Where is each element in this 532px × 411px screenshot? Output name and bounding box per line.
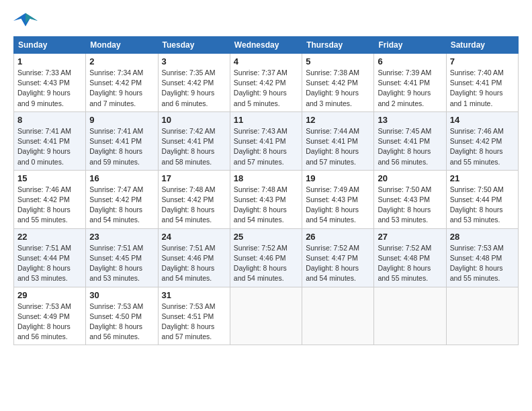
day-info: Sunrise: 7:52 AMSunset: 4:48 PMDaylight:… <box>378 243 442 284</box>
day-cell: 15Sunrise: 7:46 AMSunset: 4:42 PMDayligh… <box>14 170 86 228</box>
col-header-sunday: Sunday <box>14 37 86 54</box>
col-header-wednesday: Wednesday <box>230 37 302 54</box>
day-number: 22 <box>17 232 82 242</box>
day-cell: 25Sunrise: 7:52 AMSunset: 4:46 PMDayligh… <box>230 228 302 287</box>
day-number: 21 <box>450 173 515 183</box>
day-info: Sunrise: 7:53 AMSunset: 4:50 PMDaylight:… <box>89 302 154 342</box>
day-cell: 20Sunrise: 7:50 AMSunset: 4:43 PMDayligh… <box>374 170 446 228</box>
logo-icon <box>13 11 38 31</box>
day-cell: 24Sunrise: 7:51 AMSunset: 4:46 PMDayligh… <box>158 228 230 287</box>
day-number: 11 <box>234 115 298 125</box>
day-cell: 14Sunrise: 7:46 AMSunset: 4:42 PMDayligh… <box>446 111 518 170</box>
day-cell: 21Sunrise: 7:50 AMSunset: 4:44 PMDayligh… <box>446 170 518 228</box>
day-info: Sunrise: 7:46 AMSunset: 4:42 PMDaylight:… <box>450 126 515 167</box>
day-cell: 19Sunrise: 7:49 AMSunset: 4:43 PMDayligh… <box>302 170 374 228</box>
day-number: 7 <box>450 56 515 66</box>
day-cell: 1Sunrise: 7:33 AMSunset: 4:43 PMDaylight… <box>14 54 86 112</box>
day-cell: 11Sunrise: 7:43 AMSunset: 4:41 PMDayligh… <box>230 111 302 170</box>
day-number: 30 <box>89 290 154 300</box>
day-info: Sunrise: 7:34 AMSunset: 4:42 PMDaylight:… <box>89 68 154 109</box>
day-info: Sunrise: 7:43 AMSunset: 4:41 PMDaylight:… <box>234 126 298 167</box>
day-info: Sunrise: 7:41 AMSunset: 4:41 PMDaylight:… <box>17 126 82 167</box>
day-cell: 30Sunrise: 7:53 AMSunset: 4:50 PMDayligh… <box>86 287 158 345</box>
day-info: Sunrise: 7:37 AMSunset: 4:42 PMDaylight:… <box>234 68 298 109</box>
day-info: Sunrise: 7:47 AMSunset: 4:42 PMDaylight:… <box>89 185 154 226</box>
day-number: 13 <box>378 115 442 125</box>
header <box>13 11 519 31</box>
day-number: 3 <box>162 56 226 66</box>
col-header-friday: Friday <box>374 37 446 54</box>
calendar-header: SundayMondayTuesdayWednesdayThursdayFrid… <box>14 37 519 54</box>
day-info: Sunrise: 7:33 AMSunset: 4:43 PMDaylight:… <box>17 68 82 109</box>
day-cell: 9Sunrise: 7:41 AMSunset: 4:41 PMDaylight… <box>86 111 158 170</box>
col-header-saturday: Saturday <box>446 37 518 54</box>
day-cell: 26Sunrise: 7:52 AMSunset: 4:47 PMDayligh… <box>302 228 374 287</box>
day-info: Sunrise: 7:44 AMSunset: 4:41 PMDaylight:… <box>306 126 370 167</box>
day-number: 28 <box>450 232 515 242</box>
day-info: Sunrise: 7:51 AMSunset: 4:45 PMDaylight:… <box>89 243 154 284</box>
day-cell: 12Sunrise: 7:44 AMSunset: 4:41 PMDayligh… <box>302 111 374 170</box>
day-number: 23 <box>89 232 154 242</box>
day-info: Sunrise: 7:48 AMSunset: 4:42 PMDaylight:… <box>162 185 226 226</box>
day-cell <box>446 287 518 345</box>
day-info: Sunrise: 7:53 AMSunset: 4:49 PMDaylight:… <box>17 302 82 342</box>
day-cell: 2Sunrise: 7:34 AMSunset: 4:42 PMDaylight… <box>86 54 158 112</box>
day-number: 1 <box>17 56 82 66</box>
day-number: 12 <box>306 115 370 125</box>
day-cell: 10Sunrise: 7:42 AMSunset: 4:41 PMDayligh… <box>158 111 230 170</box>
day-cell: 28Sunrise: 7:53 AMSunset: 4:48 PMDayligh… <box>446 228 518 287</box>
day-info: Sunrise: 7:52 AMSunset: 4:47 PMDaylight:… <box>306 243 370 284</box>
day-info: Sunrise: 7:35 AMSunset: 4:42 PMDaylight:… <box>162 68 226 109</box>
day-info: Sunrise: 7:39 AMSunset: 4:41 PMDaylight:… <box>378 68 442 109</box>
day-cell: 18Sunrise: 7:48 AMSunset: 4:43 PMDayligh… <box>230 170 302 228</box>
day-number: 6 <box>378 56 442 66</box>
day-cell: 3Sunrise: 7:35 AMSunset: 4:42 PMDaylight… <box>158 54 230 112</box>
day-info: Sunrise: 7:50 AMSunset: 4:44 PMDaylight:… <box>450 185 515 226</box>
day-number: 26 <box>306 232 370 242</box>
day-number: 20 <box>378 173 442 183</box>
day-number: 17 <box>162 173 226 183</box>
day-number: 19 <box>306 173 370 183</box>
day-number: 18 <box>234 173 298 183</box>
day-info: Sunrise: 7:49 AMSunset: 4:43 PMDaylight:… <box>306 185 370 226</box>
day-info: Sunrise: 7:41 AMSunset: 4:41 PMDaylight:… <box>89 126 154 167</box>
day-number: 4 <box>234 56 298 66</box>
page: SundayMondayTuesdayWednesdayThursdayFrid… <box>0 0 532 411</box>
week-row-4: 22Sunrise: 7:51 AMSunset: 4:44 PMDayligh… <box>14 228 519 287</box>
col-header-tuesday: Tuesday <box>158 37 230 54</box>
day-cell: 29Sunrise: 7:53 AMSunset: 4:49 PMDayligh… <box>14 287 86 345</box>
day-info: Sunrise: 7:38 AMSunset: 4:42 PMDaylight:… <box>306 68 370 109</box>
day-info: Sunrise: 7:48 AMSunset: 4:43 PMDaylight:… <box>234 185 298 226</box>
day-number: 25 <box>234 232 298 242</box>
day-info: Sunrise: 7:40 AMSunset: 4:41 PMDaylight:… <box>450 68 515 109</box>
week-row-5: 29Sunrise: 7:53 AMSunset: 4:49 PMDayligh… <box>14 287 519 345</box>
day-cell: 27Sunrise: 7:52 AMSunset: 4:48 PMDayligh… <box>374 228 446 287</box>
calendar-table: SundayMondayTuesdayWednesdayThursdayFrid… <box>13 36 519 345</box>
day-number: 10 <box>162 115 226 125</box>
day-cell: 8Sunrise: 7:41 AMSunset: 4:41 PMDaylight… <box>14 111 86 170</box>
day-cell: 7Sunrise: 7:40 AMSunset: 4:41 PMDaylight… <box>446 54 518 112</box>
day-number: 16 <box>89 173 154 183</box>
day-number: 29 <box>17 290 82 300</box>
calendar-body: 1Sunrise: 7:33 AMSunset: 4:43 PMDaylight… <box>14 54 519 345</box>
day-number: 5 <box>306 56 370 66</box>
day-info: Sunrise: 7:46 AMSunset: 4:42 PMDaylight:… <box>17 185 82 226</box>
header-row: SundayMondayTuesdayWednesdayThursdayFrid… <box>14 37 519 54</box>
day-cell <box>302 287 374 345</box>
col-header-thursday: Thursday <box>302 37 374 54</box>
day-cell: 31Sunrise: 7:53 AMSunset: 4:51 PMDayligh… <box>158 287 230 345</box>
week-row-3: 15Sunrise: 7:46 AMSunset: 4:42 PMDayligh… <box>14 170 519 228</box>
day-cell: 17Sunrise: 7:48 AMSunset: 4:42 PMDayligh… <box>158 170 230 228</box>
day-number: 27 <box>378 232 442 242</box>
day-cell: 16Sunrise: 7:47 AMSunset: 4:42 PMDayligh… <box>86 170 158 228</box>
day-info: Sunrise: 7:53 AMSunset: 4:51 PMDaylight:… <box>162 302 226 342</box>
week-row-1: 1Sunrise: 7:33 AMSunset: 4:43 PMDaylight… <box>14 54 519 112</box>
logo <box>13 11 40 31</box>
day-info: Sunrise: 7:52 AMSunset: 4:46 PMDaylight:… <box>234 243 298 284</box>
day-cell: 6Sunrise: 7:39 AMSunset: 4:41 PMDaylight… <box>374 54 446 112</box>
day-number: 2 <box>89 56 154 66</box>
day-cell <box>374 287 446 345</box>
day-cell: 13Sunrise: 7:45 AMSunset: 4:41 PMDayligh… <box>374 111 446 170</box>
day-number: 9 <box>89 115 154 125</box>
day-info: Sunrise: 7:50 AMSunset: 4:43 PMDaylight:… <box>378 185 442 226</box>
